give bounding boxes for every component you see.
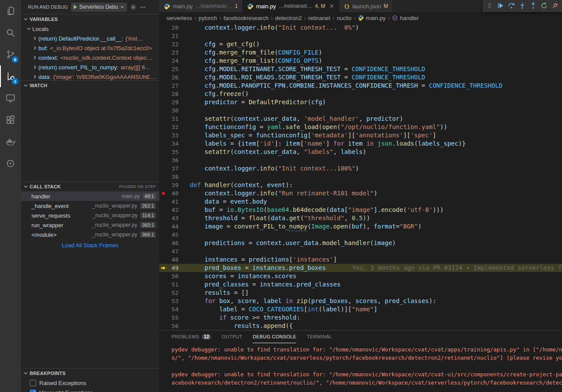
code-line[interactable]: 43 threshold = float(data.get("threshold… <box>159 214 562 222</box>
activity-item-docker[interactable] <box>0 131 21 153</box>
breakpoint-margin[interactable] <box>159 156 167 164</box>
breadcrumb-item[interactable]: serverless <box>166 15 192 21</box>
code-line[interactable]: 30 <box>159 106 562 115</box>
breakpoint-margin[interactable] <box>159 106 167 115</box>
breakpoint-margin[interactable] <box>159 322 167 330</box>
code-line[interactable]: 50 scores = instances.scores <box>159 272 562 280</box>
stack-frame[interactable]: handlermain.py49:1 <box>21 191 159 201</box>
code-line[interactable]: 44 image = convert_PIL_to_numpy(Image.op… <box>159 222 562 231</box>
editor-tab[interactable]: main.py…/siammask/…1 <box>159 0 243 12</box>
editor-tab[interactable]: main.py…/retinanet/…4, M <box>243 0 339 12</box>
breakpoint-margin[interactable] <box>159 140 167 148</box>
panel-tab-terminal[interactable]: TERMINAL <box>307 331 332 343</box>
variables-section-header[interactable]: VARIABLES <box>21 14 159 24</box>
stack-frame[interactable]: _handle_event_nuclio_wrapper.py262:1 <box>21 201 159 211</box>
breakpoint-margin[interactable] <box>159 297 167 305</box>
code-line[interactable]: 35 setattr(context.user_data, "labels", … <box>159 148 562 156</box>
variable-row[interactable]: context:<nuclio_sdk.context.Context obje… <box>21 53 159 62</box>
variable-row[interactable]: buf:<_io.BytesIO object at 0x7f5a2dc1ecc… <box>21 43 159 53</box>
scope-locals[interactable]: Locals <box>21 24 159 34</box>
breakpoint-margin[interactable] <box>159 214 167 222</box>
breakpoint-margin[interactable] <box>159 206 167 214</box>
code-line[interactable]: 54 label = COCO_CATEGORIES[int(label)]["… <box>159 305 562 314</box>
breakpoint-margin[interactable] <box>159 314 167 322</box>
breakpoint-margin[interactable] <box>159 73 167 82</box>
code-line[interactable]: 39def handler(context, event): <box>159 181 562 189</box>
debug-console-output[interactable]: pydev debugger: unable to find translati… <box>159 343 562 387</box>
breadcrumb-item[interactable]: main.py <box>358 15 386 21</box>
breakpoint-margin[interactable] <box>159 82 167 90</box>
breakpoint-icon[interactable] <box>159 189 167 198</box>
code-line[interactable]: 32 functionconfig = yaml.safe_load(open(… <box>159 123 562 131</box>
breadcrumb-item[interactable]: facebookresearch <box>223 15 268 21</box>
breakpoint-margin[interactable] <box>159 90 167 98</box>
breakpoint-margin[interactable] <box>159 148 167 156</box>
code-line[interactable]: 24 cfg.merge_from_list(CONFIG_OPTS) <box>159 57 562 65</box>
code-line[interactable]: 45 <box>159 231 562 239</box>
activity-item-extensions[interactable] <box>0 109 21 131</box>
breadcrumb-item[interactable]: nuclio <box>337 15 352 21</box>
code-line[interactable]: 34 labels = {item['id']: item['name'] fo… <box>159 140 562 148</box>
start-debug-icon[interactable] <box>72 4 78 10</box>
breakpoint-margin[interactable] <box>159 24 167 32</box>
breakpoint-margin[interactable] <box>159 131 167 140</box>
code-line[interactable]: 31 setattr(context.user_data, 'model_han… <box>159 115 562 123</box>
code-line[interactable]: 27 cfg.MODEL.PANOPTIC_FPN.COMBINE.INSTAN… <box>159 82 562 90</box>
call-stack-section-header[interactable]: CALL STACK PAUSED ON STEP <box>21 182 159 191</box>
breakpoint-margin[interactable] <box>159 272 167 280</box>
breakpoint-margin[interactable] <box>159 65 167 73</box>
code-line[interactable]: 23 cfg.merge_from_file(CONFIG_FILE) <box>159 48 562 57</box>
code-line[interactable]: 53 for box, score, label in zip(pred_box… <box>159 297 562 305</box>
debug-step-over-button[interactable] <box>506 1 516 11</box>
breakpoint-margin[interactable] <box>159 239 167 247</box>
code-line[interactable]: 49 pred_boxes = instances.pred_boxesYou,… <box>159 264 562 272</box>
code-line[interactable]: 46 predictions = context.user_data.model… <box>159 239 562 247</box>
breakpoint-margin[interactable] <box>159 123 167 131</box>
breakpoint-margin[interactable] <box>159 305 167 314</box>
breakpoint-margin[interactable] <box>159 115 167 123</box>
activity-item-test-explorer[interactable] <box>0 153 21 174</box>
breakpoint-margin[interactable] <box>159 57 167 65</box>
breakpoint-margin[interactable] <box>159 181 167 189</box>
breakpoint-margin[interactable] <box>159 173 167 181</box>
breakpoint-row[interactable]: Raised Exceptions <box>21 378 159 388</box>
breadcrumb-item[interactable]: pytorch <box>199 15 217 21</box>
variable-row[interactable]: (return) DefaultPredictor.__call__:{'ins… <box>21 34 159 43</box>
panel-tab-debug-console[interactable]: DEBUG CONSOLE <box>253 331 296 343</box>
breakpoint-row[interactable]: Uncaught Exceptions <box>21 388 159 392</box>
breakpoint-margin[interactable] <box>159 222 167 231</box>
code-line[interactable]: 42 buf = io.BytesIO(base64.b64decode(dat… <box>159 206 562 214</box>
debug-restart-button[interactable] <box>539 1 549 11</box>
watch-section-header[interactable]: WATCH <box>21 81 159 90</box>
editor-tab[interactable]: {}launch.jsonM <box>339 0 393 12</box>
debug-continue-button[interactable] <box>495 1 505 11</box>
launch-config-dropdown[interactable]: Serverless Debu <box>71 3 127 12</box>
code-line[interactable]: 38 <box>159 173 562 181</box>
debug-step-into-button[interactable] <box>517 1 527 11</box>
code-line[interactable]: 48 instances = predictions['instances'] <box>159 256 562 264</box>
checkbox[interactable] <box>30 380 36 386</box>
code-line[interactable]: 36 <box>159 156 562 164</box>
variable-row[interactable]: data:{'image': 'iVBORw0KGgoAAAANSUhE… <box>21 72 159 80</box>
code-line[interactable]: 40 context.logger.info("Run retinanet-R1… <box>159 189 562 198</box>
code-line[interactable]: 37 context.logger.info("Init context...1… <box>159 164 562 173</box>
code-line[interactable]: 47 <box>159 247 562 256</box>
stack-frame[interactable]: run_wrapper_nuclio_wrapper.py360:1 <box>21 220 159 230</box>
code-line[interactable]: 26 cfg.MODEL.ROI_HEADS.SCORE_THRESH_TEST… <box>159 73 562 82</box>
breadcrumb-item[interactable]: retinanet <box>308 15 330 21</box>
breakpoint-margin[interactable] <box>159 280 167 289</box>
breakpoint-margin[interactable] <box>159 164 167 173</box>
code-line[interactable]: 51 pred_classes = instances.pred_classes <box>159 280 562 289</box>
activity-item-remote-explorer[interactable] <box>0 87 21 109</box>
code-line[interactable]: 55 if score >= threshold: <box>159 314 562 322</box>
panel-tab-problems[interactable]: PROBLEMS12 <box>171 331 211 343</box>
breakpoint-margin[interactable] <box>159 198 167 206</box>
load-all-stack-frames-link[interactable]: Load All Stack Frames <box>21 240 159 250</box>
code-line[interactable]: 28 cfg.freeze() <box>159 90 562 98</box>
code-line[interactable]: 52 results = [] <box>159 289 562 297</box>
code-line[interactable]: 22 cfg = get_cfg() <box>159 40 562 48</box>
breakpoint-margin[interactable] <box>159 256 167 264</box>
code-line[interactable]: 29 predictor = DefaultPredictor(cfg) <box>159 98 562 106</box>
activity-item-source-control[interactable]: 8 <box>0 44 21 65</box>
breakpoint-margin[interactable] <box>159 247 167 256</box>
